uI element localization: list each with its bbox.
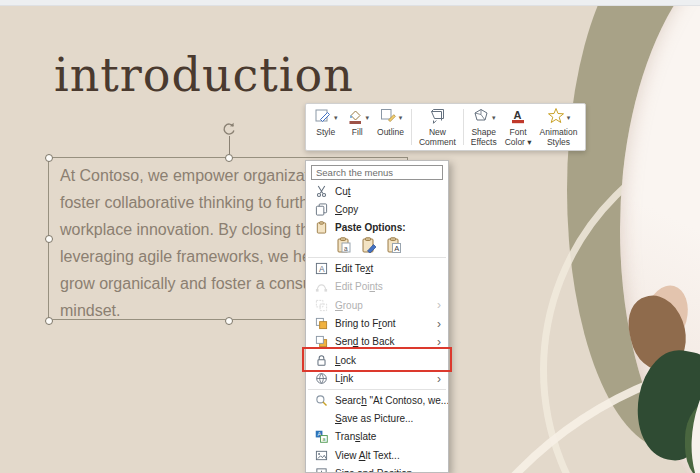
link-icon [314, 372, 328, 386]
svg-text:A: A [318, 264, 324, 274]
chevron-down-icon: ▾ [399, 114, 403, 122]
rotate-handle-icon[interactable] [221, 121, 237, 137]
paste-picture-button[interactable] [360, 238, 377, 255]
menu-item-label: Paste Options: [335, 222, 406, 233]
shape-effects-button-label: Shape Effects [471, 128, 497, 147]
animation-styles-icon [547, 107, 565, 129]
menu-separator [308, 389, 446, 390]
menu-item-edit-points: Edit Points [306, 278, 448, 296]
svg-text:a: a [344, 244, 348, 251]
new-comment-button-label: New Comment [419, 128, 456, 147]
paste-text-only-icon: A [386, 237, 402, 257]
edit-text-icon: A [314, 261, 328, 275]
submenu-arrow-icon: › [437, 373, 441, 385]
menu-item-label: Translate [335, 431, 376, 442]
paste-options-row: aA [306, 237, 448, 256]
style-button[interactable]: ▾Style [310, 107, 342, 147]
rotate-handle-stem [229, 136, 230, 154]
font-color-button[interactable]: AFont Color ▾ [501, 107, 536, 147]
menu-item-cut[interactable]: Cut [306, 182, 448, 200]
menu-item-label: View Alt Text... [335, 450, 400, 461]
menu-item-search-selection[interactable]: Search "At Contoso, we..." [306, 391, 448, 409]
menu-item-edit-text[interactable]: AEdit Text [306, 259, 448, 277]
outline-button[interactable]: ▾Outline [373, 107, 408, 147]
font-color-icon: A [509, 107, 527, 129]
chevron-down-icon: ▾ [492, 114, 496, 122]
context-menu: CutCopyPaste Options:aAAEdit TextEdit Po… [305, 160, 449, 473]
alt-text-icon [314, 448, 328, 462]
style-button-label: Style [316, 128, 335, 138]
selection-handle-bottom-left[interactable] [45, 317, 53, 325]
chevron-down-icon: ▾ [567, 114, 571, 122]
menu-item-label: Lock [335, 355, 356, 366]
selection-handle-bottom-middle[interactable] [225, 317, 233, 325]
edit-points-icon [314, 280, 328, 294]
group-icon [314, 298, 328, 312]
menu-item-link[interactable]: Link› [306, 370, 448, 388]
menu-item-label: Search "At Contoso, we..." [335, 395, 449, 406]
send-to-back-icon [314, 335, 328, 349]
svg-text:A: A [514, 109, 522, 121]
menu-search-input[interactable] [311, 165, 443, 180]
selection-handle-top-middle[interactable] [225, 154, 233, 162]
menu-item-save-as-picture[interactable]: Save as Picture... [306, 409, 448, 427]
no-icon [314, 411, 328, 425]
toolbar-separator [411, 109, 412, 145]
paste-picture-icon [361, 237, 377, 257]
menu-item-paste-options[interactable]: Paste Options: [306, 219, 448, 237]
submenu-arrow-icon: › [437, 336, 441, 348]
style-icon [314, 107, 332, 129]
menu-item-bring-to-front[interactable]: Bring to Front› [306, 314, 448, 332]
translate-icon: Aa [314, 430, 328, 444]
font-color-button-label: Font Color ▾ [505, 128, 532, 147]
menu-item-label: Bring to Front [335, 318, 396, 329]
menu-item-label: Send to Back [335, 336, 395, 347]
menu-item-label: Copy [335, 204, 358, 215]
shape-effects-icon [472, 107, 490, 129]
svg-text:A: A [394, 244, 399, 253]
menu-item-lock[interactable]: Lock [306, 351, 448, 369]
selection-handle-top-left[interactable] [45, 154, 53, 162]
menu-item-label: Link [335, 373, 353, 384]
copy-icon [314, 203, 328, 217]
cut-icon [314, 184, 328, 198]
slide-title: introduction [54, 48, 354, 102]
menu-item-group: Group› [306, 296, 448, 314]
animation-styles-button-label: Animation Styles [540, 128, 578, 147]
selection-handle-left-middle[interactable] [45, 235, 53, 243]
lock-icon [314, 353, 328, 367]
menu-item-translate[interactable]: AaTranslate [306, 428, 448, 446]
menu-item-label: Size and Position... [335, 468, 421, 473]
menu-item-copy[interactable]: Copy [306, 200, 448, 218]
outline-icon [379, 107, 397, 129]
menu-item-label: Cut [335, 186, 351, 197]
app-window-edge [0, 0, 700, 6]
menu-item-view-alt-text[interactable]: View Alt Text... [306, 446, 448, 464]
animation-styles-button[interactable]: ▾Animation Styles [536, 107, 582, 147]
menu-item-send-to-back[interactable]: Send to Back› [306, 333, 448, 351]
svg-text:a: a [322, 437, 325, 443]
new-comment-button[interactable]: New Comment [415, 107, 460, 147]
fill-icon [346, 107, 364, 129]
menu-item-label: Save as Picture... [335, 413, 413, 424]
chevron-down-icon: ▾ [334, 114, 338, 122]
shape-effects-button[interactable]: ▾Shape Effects [467, 107, 501, 147]
fill-button[interactable]: ▾Fill [342, 107, 374, 147]
paste-text-only-button[interactable]: A [385, 238, 402, 255]
paste-keep-source-button[interactable]: a [335, 238, 352, 255]
size-position-icon [314, 467, 328, 473]
menu-item-label: Group [335, 300, 363, 311]
toolbar-separator [463, 109, 464, 145]
mini-toolbar: ▾Style▾Fill▾OutlineNew Comment▾Shape Eff… [305, 103, 586, 151]
slide-canvas: introduction At Contoso, we empower orga… [0, 0, 700, 473]
bring-to-front-icon [314, 317, 328, 331]
menu-separator [308, 257, 446, 258]
chevron-down-icon: ▾ [366, 114, 370, 122]
new-comment-icon [428, 107, 446, 129]
menu-item-label: Edit Text [335, 263, 373, 274]
search-icon [314, 393, 328, 407]
fill-button-label: Fill [352, 128, 363, 138]
menu-item-size-and-position[interactable]: Size and Position... [306, 464, 448, 473]
outline-button-label: Outline [377, 128, 404, 138]
submenu-arrow-icon: › [437, 299, 441, 311]
